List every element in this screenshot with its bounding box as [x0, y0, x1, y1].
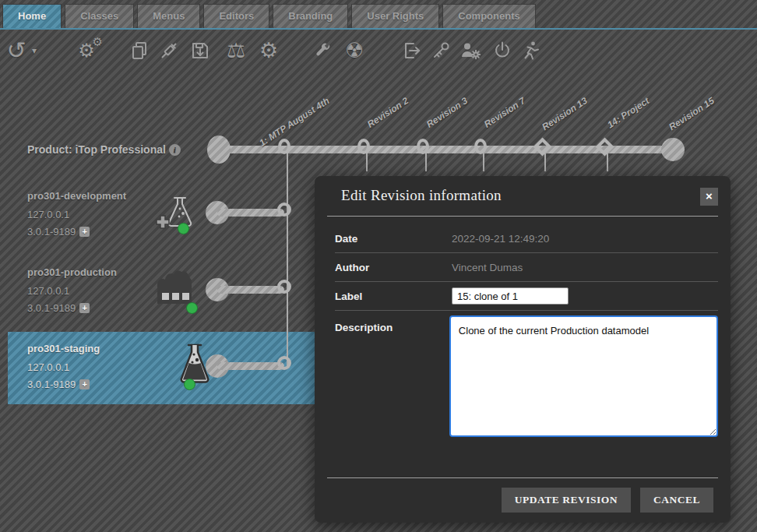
modal-title: Edit Revision information: [341, 187, 502, 204]
revision-stub: [607, 153, 608, 171]
dev-flask-plus-icon[interactable]: [153, 195, 198, 241]
date-value: 2022-09-21 12:49:20: [452, 233, 549, 245]
revision-stub: [366, 153, 368, 171]
modal-body: Date 2022-09-21 12:49:20 Author Vincent …: [315, 217, 731, 437]
env-staging-version: 3.0.1-9189: [27, 379, 76, 390]
scales-icon[interactable]: ⚖: [224, 37, 248, 64]
plus-badge-icon[interactable]: +: [79, 379, 90, 389]
revision-label-7[interactable]: Revision 7: [482, 95, 527, 129]
author-value: Vincent Dumas: [452, 262, 523, 273]
revision-label-1[interactable]: 1: MTP August 4th: [257, 95, 331, 149]
footer-divider: [327, 477, 718, 478]
product-label: Product: iTop Professional: [27, 143, 166, 156]
gear-icon[interactable]: ⚙: [257, 37, 280, 64]
revision-node-15[interactable]: [661, 138, 685, 161]
staging-status-green-dot: [184, 379, 195, 390]
date-label: Date: [335, 233, 452, 245]
edit-revision-modal: Edit Revision information × Date 2022-09…: [315, 176, 731, 523]
label-row: Label: [335, 282, 718, 311]
copy-icon[interactable]: [128, 37, 151, 64]
revision-label-15[interactable]: Revision 15: [667, 95, 717, 132]
env-dev-ip: 127.0.0.1: [27, 209, 69, 220]
revision-label-13[interactable]: Revision 13: [540, 95, 590, 132]
tab-home[interactable]: Home: [2, 4, 62, 28]
env-staging-name[interactable]: pro301-staging: [27, 343, 100, 354]
plus-badge-icon[interactable]: +: [79, 303, 90, 313]
dev-status-green-dot: [178, 223, 189, 234]
revision-node-3[interactable]: [417, 139, 429, 154]
update-revision-button[interactable]: UPDATE REVISION: [502, 488, 631, 513]
undo-dropdown-caret-icon[interactable]: ▾: [28, 37, 40, 64]
main-tab-bar: Home Classes Menus Editors Branding User…: [0, 0, 757, 30]
tab-components[interactable]: Components: [442, 4, 535, 28]
revision-stub: [483, 153, 484, 171]
revision-node-2[interactable]: [357, 139, 370, 154]
sign-out-icon[interactable]: [400, 37, 424, 64]
run-icon[interactable]: [519, 37, 542, 64]
author-row: Author Vincent Dumas: [335, 253, 718, 282]
revision-node-7[interactable]: [474, 139, 487, 154]
description-textarea[interactable]: Clone of the current Production datamode…: [449, 315, 718, 437]
prod-status-green-dot: [186, 302, 198, 314]
process-gears-icon[interactable]: ⚙ ⚙: [75, 37, 98, 64]
revision-node-1[interactable]: [278, 139, 290, 154]
revision-stub: [425, 153, 427, 171]
prod-branch-head-node[interactable]: [277, 280, 291, 294]
env-staging-ip: 127.0.0.1: [27, 361, 69, 373]
env-dev-version: 3.0.1-9189: [27, 226, 76, 238]
undo-icon[interactable]: ↺: [5, 37, 28, 64]
env-prod-version-row: 3.0.1-9189 +: [27, 302, 90, 314]
close-icon[interactable]: ×: [700, 188, 718, 206]
modal-footer: UPDATE REVISION CANCEL: [502, 488, 713, 513]
description-label: Description: [335, 315, 449, 333]
modal-header: Edit Revision information ×: [315, 176, 731, 216]
revision-label-14[interactable]: 14: Project: [605, 95, 651, 130]
description-row: Description Clone of the current Product…: [335, 311, 718, 437]
staging-branch-head-node[interactable]: [277, 356, 291, 370]
env-dev-version-row: 3.0.1-9189 +: [27, 226, 90, 238]
timeline-start-node[interactable]: [207, 136, 231, 164]
date-row: Date 2022-09-21 12:49:20: [335, 224, 718, 253]
tab-user-rights[interactable]: User Rights: [351, 4, 439, 28]
revision-stub: [544, 153, 546, 171]
revision-stub: [287, 153, 288, 171]
tab-editors[interactable]: Editors: [203, 4, 269, 28]
user-settings-icon[interactable]: [458, 37, 484, 64]
env-prod-ip: 127.0.0.1: [27, 285, 69, 297]
tab-classes[interactable]: Classes: [65, 4, 134, 28]
branch-connector-line: [287, 150, 288, 366]
toolbar: ↺ ▾ ⚙ ⚙ ⚖ ⚙ ☢: [0, 31, 757, 70]
dev-branch-head-node[interactable]: [277, 203, 291, 217]
revision-label-2[interactable]: Revision 2: [365, 95, 410, 129]
env-dev-name[interactable]: pro301-development: [27, 190, 126, 202]
product-label-row: Product: iTop Professional i: [27, 143, 181, 156]
prod-branch-bar: [217, 286, 284, 294]
label-input[interactable]: [452, 287, 569, 305]
plus-badge-icon[interactable]: +: [79, 227, 90, 237]
dev-branch-bar: [217, 209, 284, 217]
wrench-icon[interactable]: [312, 37, 335, 64]
tab-menus[interactable]: Menus: [137, 4, 200, 28]
cancel-button[interactable]: CANCEL: [640, 488, 713, 513]
tab-branding[interactable]: Branding: [273, 4, 348, 28]
save-icon[interactable]: [188, 37, 212, 64]
env-staging-version-row: 3.0.1-9189 +: [27, 379, 90, 390]
radiation-icon[interactable]: ☢: [343, 37, 366, 64]
syringe-icon[interactable]: [157, 37, 181, 64]
power-icon[interactable]: [491, 37, 514, 64]
info-icon[interactable]: i: [169, 144, 181, 156]
key-icon[interactable]: [430, 37, 453, 64]
author-label: Author: [335, 262, 452, 273]
env-prod-version: 3.0.1-9189: [27, 302, 76, 314]
revision-label-3[interactable]: Revision 3: [424, 95, 470, 129]
staging-branch-bar: [217, 362, 284, 370]
env-prod-name[interactable]: pro301-production: [27, 266, 117, 278]
label-label: Label: [335, 291, 452, 302]
